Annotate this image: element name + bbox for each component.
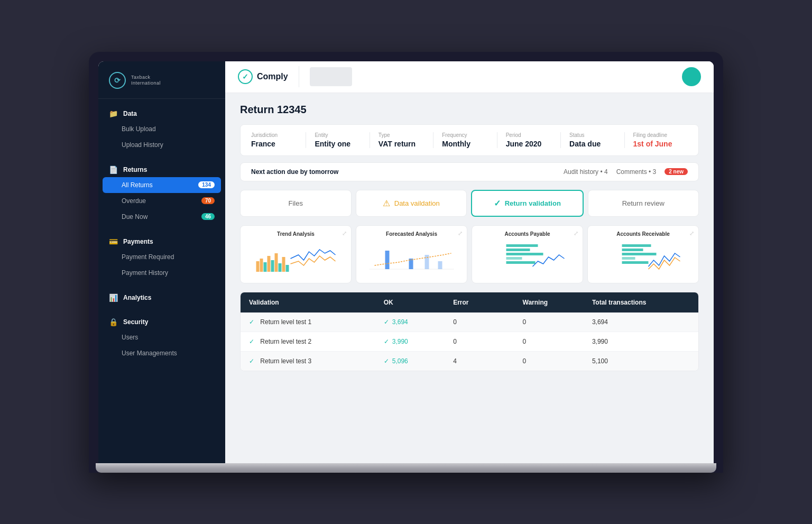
sidebar-logo: ⟳ Taxback International xyxy=(98,61,225,99)
row1-ok: ✓ 3,694 xyxy=(384,318,449,326)
chart-trend-analysis[interactable]: Trend Analysis ⤢ xyxy=(240,225,352,283)
sidebar-section-security: 🔒 Security Users User Managements xyxy=(98,307,225,363)
table-row[interactable]: ✓ Return level test 2 ✓ 3,990 0 0 3,990 xyxy=(241,332,698,352)
validation-table: Validation OK Error Warning Total transa… xyxy=(240,292,699,371)
tab-return-review[interactable]: Return review xyxy=(588,190,699,217)
svg-rect-12 xyxy=(425,255,429,269)
col-total: Total transactions xyxy=(592,299,690,306)
logo-icon: ⟳ xyxy=(109,72,126,89)
sidebar-item-due-now[interactable]: Due Now 46 xyxy=(98,209,225,225)
meta-type: Type VAT return xyxy=(370,132,433,148)
chart-accounts-payable[interactable]: Accounts Payable ⤢ xyxy=(472,225,583,283)
tab-bar: Files ⚠ Data vaildation ✓ Return validat… xyxy=(240,190,699,217)
svg-rect-13 xyxy=(438,261,442,269)
sidebar-item-user-managements[interactable]: User Managements xyxy=(98,345,225,361)
sidebar-item-upload-history[interactable]: Upload History xyxy=(98,137,225,153)
user-avatar[interactable] xyxy=(682,67,701,86)
expand-icon-forecast[interactable]: ⤢ xyxy=(458,230,463,237)
forecast-chart-svg xyxy=(362,240,462,274)
col-validation: Validation xyxy=(249,299,380,306)
chart-accounts-receivable[interactable]: Accounts Receivable ⤢ xyxy=(587,225,699,283)
row2-error: 0 xyxy=(453,338,518,345)
sidebar-item-overdue[interactable]: Overdue 70 xyxy=(98,193,225,209)
svg-rect-4 xyxy=(271,260,274,272)
action-bar-right: Audit history • 4 Comments • 3 2 new xyxy=(564,168,688,176)
ok-check-icon-3: ✓ xyxy=(384,357,389,365)
sidebar-section-returns: 📄 Returns All Returns 134 Overdue 70 Due… xyxy=(98,155,225,227)
sidebar-section-payments: 💳 Payments Payment Required Payment Hist… xyxy=(98,227,225,283)
sidebar-section-payments-label[interactable]: 💳 Payments xyxy=(98,234,225,249)
expand-icon-trend[interactable]: ⤢ xyxy=(342,230,347,237)
returns-icon: 📄 xyxy=(109,166,118,174)
svg-rect-17 xyxy=(506,257,522,260)
sidebar-section-data: 📁 Data Bulk Upload Upload History xyxy=(98,99,225,155)
row1-total: 3,694 xyxy=(592,318,690,326)
row2-status-icon: ✓ xyxy=(249,338,254,345)
page-content: Return 12345 Jurisdiction France Entity … xyxy=(225,93,714,463)
svg-rect-20 xyxy=(622,249,643,251)
top-bar-logo: ✓ Comply xyxy=(238,69,288,84)
all-returns-badge: 134 xyxy=(198,181,215,188)
sidebar-item-all-returns[interactable]: All Returns 134 xyxy=(103,177,221,193)
sidebar-item-payment-history[interactable]: Payment History xyxy=(98,265,225,281)
row3-total: 5,100 xyxy=(592,357,690,365)
audit-history-text[interactable]: Audit history • 4 xyxy=(564,168,608,176)
due-now-badge: 46 xyxy=(201,213,215,220)
row3-error: 4 xyxy=(453,357,518,365)
row1-error: 0 xyxy=(453,318,518,326)
sidebar-section-returns-label[interactable]: 📄 Returns xyxy=(98,162,225,177)
col-error: Error xyxy=(453,299,518,306)
ok-check-icon: ✓ xyxy=(384,318,389,326)
meta-period: Period June 2020 xyxy=(497,132,561,148)
svg-rect-1 xyxy=(260,259,263,272)
svg-rect-19 xyxy=(622,244,651,247)
tab-return-validation[interactable]: ✓ Return validation xyxy=(471,190,584,217)
data-icon: 📁 xyxy=(109,109,118,118)
tab-files[interactable]: Files xyxy=(240,190,352,217)
svg-rect-15 xyxy=(506,249,530,251)
ok-check-icon-2: ✓ xyxy=(384,338,389,345)
table-row[interactable]: ✓ Return level test 3 ✓ 5,096 4 0 5,100 xyxy=(241,352,698,371)
svg-rect-21 xyxy=(622,253,657,255)
chart-receivable-title: Accounts Receivable xyxy=(593,231,693,237)
sidebar-item-bulk-upload[interactable]: Bulk Upload xyxy=(98,121,225,137)
chart-row: Trend Analysis ⤢ xyxy=(240,225,699,283)
col-ok: OK xyxy=(384,299,449,306)
row2-ok: ✓ 3,990 xyxy=(384,338,449,345)
row1-status-icon: ✓ xyxy=(249,318,254,326)
sidebar-section-data-label[interactable]: 📁 Data xyxy=(98,106,225,121)
svg-rect-7 xyxy=(282,257,285,272)
expand-icon-payable[interactable]: ⤢ xyxy=(574,230,578,237)
payable-chart-svg xyxy=(477,240,577,274)
table-header: Validation OK Error Warning Total transa… xyxy=(241,292,698,312)
chart-forecasted-title: Forecasted Analysis xyxy=(362,231,462,237)
sidebar-section-analytics-label[interactable]: 📊 Analytics xyxy=(98,290,225,305)
row2-total: 3,990 xyxy=(592,338,690,345)
chart-forecasted-analysis[interactable]: Forecasted Analysis ⤢ xyxy=(356,225,467,283)
svg-rect-10 xyxy=(385,251,390,269)
sidebar-item-payment-required[interactable]: Payment Required xyxy=(98,249,225,265)
row3-ok: ✓ 5,096 xyxy=(384,357,449,365)
svg-rect-16 xyxy=(506,253,543,255)
sidebar-item-users[interactable]: Users xyxy=(98,329,225,345)
warning-icon: ⚠ xyxy=(383,198,390,208)
comments-text[interactable]: Comments • 3 xyxy=(616,168,657,176)
expand-icon-receivable[interactable]: ⤢ xyxy=(689,230,694,237)
tab-divider xyxy=(299,66,299,87)
table-row[interactable]: ✓ Return level test 1 ✓ 3,694 0 0 3,694 xyxy=(241,312,698,332)
svg-rect-3 xyxy=(267,256,271,272)
row3-warning: 0 xyxy=(523,357,588,365)
payments-icon: 💳 xyxy=(109,237,118,246)
svg-rect-8 xyxy=(286,265,289,272)
svg-rect-5 xyxy=(275,253,278,272)
col-warning: Warning xyxy=(523,299,588,306)
sidebar-section-security-label[interactable]: 🔒 Security xyxy=(98,315,225,329)
tab-placeholder xyxy=(310,67,352,86)
svg-rect-22 xyxy=(622,257,635,260)
row1-warning: 0 xyxy=(523,318,588,326)
chart-payable-title: Accounts Payable xyxy=(477,231,577,237)
svg-rect-23 xyxy=(622,261,649,264)
receivable-chart-svg xyxy=(593,240,693,274)
tab-data-validation[interactable]: ⚠ Data vaildation xyxy=(356,190,467,217)
svg-rect-6 xyxy=(279,263,282,272)
